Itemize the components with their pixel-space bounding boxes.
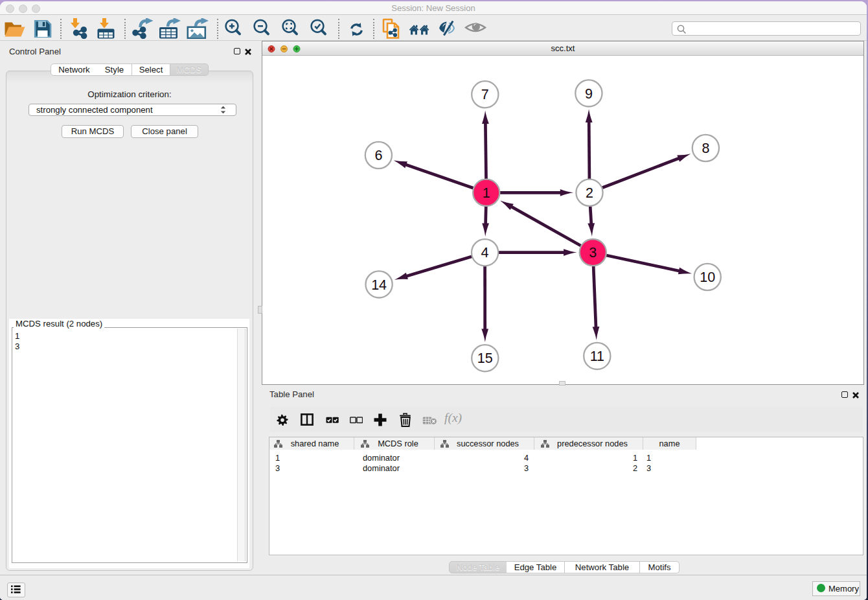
svg-text:4: 4 (481, 245, 489, 260)
svg-text:2: 2 (586, 185, 593, 201)
svg-text:11: 11 (590, 349, 604, 364)
svg-text:14: 14 (371, 277, 387, 293)
svg-text:10: 10 (700, 270, 715, 285)
svg-text:9: 9 (585, 86, 593, 102)
svg-text:3: 3 (589, 245, 597, 260)
svg-text:6: 6 (374, 148, 382, 163)
svg-text:15: 15 (477, 351, 493, 366)
svg-text:7: 7 (481, 87, 489, 102)
svg-text:1: 1 (483, 185, 490, 201)
svg-text:8: 8 (702, 141, 709, 156)
